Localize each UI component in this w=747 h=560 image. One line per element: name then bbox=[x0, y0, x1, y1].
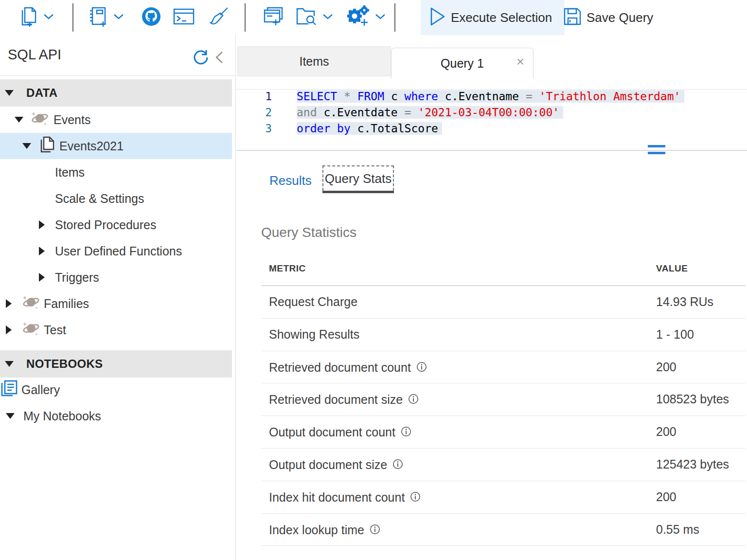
tree-item-triggers[interactable]: Triggers bbox=[0, 264, 232, 290]
tree-item-gallery[interactable]: Gallery bbox=[0, 377, 232, 403]
table-row: Output document count200 bbox=[261, 416, 746, 449]
open-query-button[interactable] bbox=[296, 0, 334, 35]
database-planet-icon bbox=[21, 320, 41, 340]
caret-down-icon bbox=[15, 117, 23, 123]
tree-item-events[interactable]: Events bbox=[0, 107, 232, 133]
execute-selection-button[interactable]: Execute Selection bbox=[421, 0, 565, 35]
refresh-button[interactable] bbox=[193, 49, 209, 66]
metric-label: Retrieved document size bbox=[269, 392, 419, 407]
chevron-down-icon bbox=[43, 13, 54, 22]
tree-item-label: Items bbox=[55, 165, 85, 180]
code-text: SELECT * FROM c where c.Eventname = 'Tri… bbox=[297, 90, 684, 103]
play-icon bbox=[429, 7, 446, 28]
tab-items[interactable]: Items bbox=[237, 46, 391, 76]
tree-item-user-defined-functions[interactable]: User Defined Functions bbox=[0, 238, 232, 264]
execute-selection-label: Execute Selection bbox=[451, 10, 552, 25]
metric-value: 14.93 RUs bbox=[656, 295, 713, 309]
info-icon[interactable] bbox=[416, 361, 427, 375]
new-item-icon bbox=[263, 6, 284, 29]
section-data[interactable]: DATA bbox=[0, 79, 232, 107]
new-item-button[interactable] bbox=[263, 0, 284, 35]
tree-item-scale-settings[interactable]: Scale & Settings bbox=[0, 185, 232, 212]
tab-items-label: Items bbox=[299, 54, 329, 69]
tree-item-my-notebooks[interactable]: My Notebooks bbox=[0, 403, 232, 429]
stored-procedure-button[interactable] bbox=[346, 0, 386, 35]
active-tab-underline bbox=[322, 191, 394, 193]
new-document-button[interactable] bbox=[18, 0, 54, 35]
info-icon[interactable] bbox=[401, 426, 411, 440]
metric-label: Request Charge bbox=[269, 295, 357, 309]
metric-value: 1 - 100 bbox=[656, 327, 694, 342]
tree-item-label: Test bbox=[44, 323, 66, 337]
table-row: Index hit document count200 bbox=[261, 481, 746, 514]
code-line[interactable]: 3order by c.TotalScore bbox=[236, 121, 747, 137]
new-document-icon bbox=[18, 6, 38, 29]
terminal-icon bbox=[173, 8, 195, 27]
splitter-handle[interactable] bbox=[648, 144, 665, 157]
save-query-label: Save Query bbox=[587, 10, 653, 25]
tab-query-stats-label: Query Stats bbox=[325, 171, 391, 186]
tree-item-label: Events bbox=[53, 113, 90, 127]
code-text: and c.Eventdate = '2021-03-04T00:00:00' bbox=[297, 106, 563, 119]
section-notebooks-label: NOTEBOOKS bbox=[26, 357, 103, 371]
tab-results[interactable]: Results bbox=[268, 170, 313, 191]
toolbar-divider bbox=[245, 3, 246, 32]
table-row: Showing Results1 - 100 bbox=[261, 319, 746, 351]
toolbar-divider bbox=[394, 3, 395, 32]
clear-outputs-button[interactable] bbox=[208, 0, 230, 35]
info-icon[interactable] bbox=[370, 524, 380, 538]
tree-item-label: Stored Procedures bbox=[55, 218, 156, 232]
tab-query-stats[interactable]: Query Stats bbox=[322, 165, 394, 191]
caret-right-icon bbox=[39, 220, 45, 229]
caret-down-icon bbox=[5, 361, 14, 367]
info-icon[interactable] bbox=[408, 393, 419, 407]
close-icon[interactable]: × bbox=[516, 55, 524, 69]
tree-item-items[interactable]: Items bbox=[0, 159, 232, 185]
save-query-button[interactable]: Save Query bbox=[558, 0, 658, 35]
info-icon[interactable] bbox=[410, 491, 421, 505]
terminal-button[interactable] bbox=[173, 0, 195, 35]
caret-down-icon bbox=[5, 90, 14, 96]
tree-item-label: User Defined Functions bbox=[55, 244, 182, 258]
toolbar-divider bbox=[72, 3, 73, 32]
line-number: 1 bbox=[236, 89, 272, 105]
tree-item-label: My Notebooks bbox=[23, 409, 101, 423]
collapse-panel-icon[interactable] bbox=[213, 51, 226, 64]
metric-label: Retrieved document count bbox=[269, 360, 427, 375]
tree-item-label: Families bbox=[44, 297, 89, 311]
tab-query-1[interactable]: Query 1 × bbox=[391, 48, 534, 79]
code-line[interactable]: 1SELECT * FROM c where c.Eventname = 'Tr… bbox=[236, 89, 747, 105]
query-statistics-title: Query Statistics bbox=[261, 225, 356, 240]
broom-icon bbox=[208, 6, 230, 29]
caret-down-icon bbox=[22, 143, 31, 149]
code-line[interactable]: 2and c.Eventdate = '2021-03-04T00:00:00' bbox=[236, 105, 747, 121]
divider bbox=[0, 75, 235, 76]
tree-item-label: Triggers bbox=[55, 271, 99, 285]
tree-item-label: Scale & Settings bbox=[55, 192, 144, 206]
table-row: Retrieved document size108523 bytes bbox=[261, 383, 746, 416]
query-editor[interactable]: 1SELECT * FROM c where c.Eventname = 'Tr… bbox=[236, 78, 747, 150]
metric-value: 125423 bytes bbox=[656, 457, 729, 471]
sidebar-header: SQL API bbox=[0, 35, 235, 75]
metric-value: 200 bbox=[656, 490, 676, 504]
info-icon[interactable] bbox=[392, 458, 403, 472]
github-button[interactable] bbox=[141, 0, 161, 35]
tree-item-stored-procedures[interactable]: Stored Procedures bbox=[0, 212, 232, 238]
section-notebooks[interactable]: NOTEBOOKS bbox=[0, 350, 232, 378]
metric-label: Index hit document count bbox=[269, 490, 421, 505]
new-notebook-button[interactable] bbox=[89, 0, 124, 35]
chevron-down-icon bbox=[322, 13, 334, 22]
api-title: SQL API bbox=[8, 47, 61, 63]
line-number: 3 bbox=[236, 121, 272, 137]
metric-label: Output document size bbox=[269, 457, 403, 472]
caret-right-icon bbox=[39, 273, 45, 282]
table-header-row: METRIC VALUE bbox=[261, 256, 746, 280]
metric-label: Output document count bbox=[269, 425, 411, 440]
tree-item-test[interactable]: Test bbox=[0, 317, 232, 343]
folder-search-icon bbox=[296, 6, 317, 29]
tree-item-families[interactable]: Families bbox=[0, 290, 232, 317]
new-notebook-icon bbox=[89, 6, 108, 29]
caret-down-icon bbox=[6, 413, 15, 419]
tree-item-events2021[interactable]: Events2021 bbox=[0, 133, 232, 159]
command-bar: Execute Selection Save Query bbox=[0, 0, 747, 35]
